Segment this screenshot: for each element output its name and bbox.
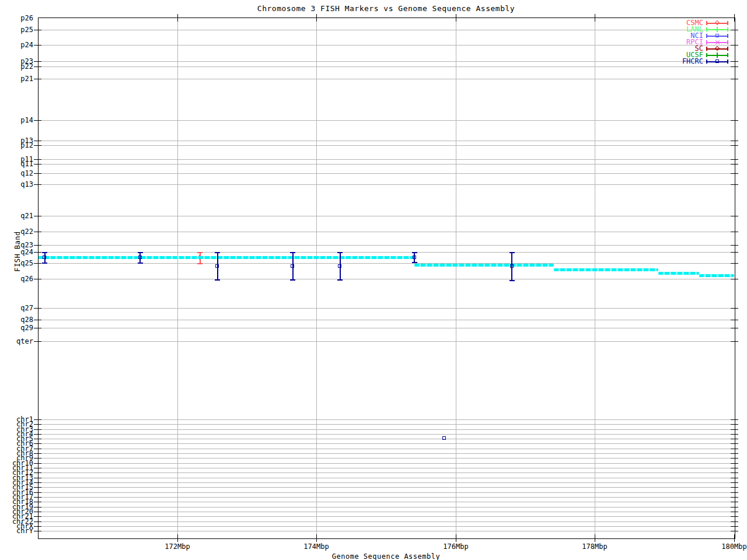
fhcrc-marker <box>215 264 219 268</box>
plot-border <box>38 18 735 539</box>
y-band-label: p22 <box>0 64 33 69</box>
y-band-label: chrY <box>0 528 33 534</box>
fhcrc-marker <box>138 256 142 259</box>
legend-sample <box>706 40 728 45</box>
error-bar-cap-top <box>215 252 220 253</box>
error-bar-cap-top <box>509 252 515 253</box>
x-tick-label: 180Mbp <box>717 543 747 550</box>
x-tick-label: 178Mbp <box>577 543 612 550</box>
legend-item: FHCRC <box>636 58 728 65</box>
legend-sample-cap <box>727 40 728 44</box>
y-band-label: q27 <box>0 306 33 311</box>
error-bar-cap-bottom <box>215 279 220 281</box>
y-band-label: qter <box>0 339 33 344</box>
legend-sample-cap <box>727 27 728 32</box>
y-band-label: q11 <box>0 162 33 167</box>
legend-sample-cap <box>727 60 728 64</box>
fhcrc-marker <box>442 436 446 440</box>
legend-marker-bar <box>715 29 720 30</box>
legend-sample-cap <box>706 34 707 38</box>
error-bar-cap-top <box>412 252 417 253</box>
legend-marker <box>714 38 721 46</box>
fhcrc-marker <box>413 256 416 259</box>
y-band-label: q21 <box>0 214 33 219</box>
legend-sample <box>706 46 728 51</box>
y-band-label: p26 <box>0 16 33 21</box>
y-band-label: q23 <box>0 243 33 248</box>
legend-sample <box>706 59 728 64</box>
legend-marker <box>715 27 720 32</box>
legend-sample-cap <box>706 27 707 32</box>
error-bar-cap-top <box>290 252 295 253</box>
y-band-label: q28 <box>0 317 33 323</box>
legend-sample-cap <box>706 21 707 25</box>
error-bar-cap-bottom <box>42 262 47 264</box>
y-band-label: p24 <box>0 43 33 48</box>
legend-marker-bar <box>715 55 720 56</box>
legend-sample-cap <box>706 60 707 64</box>
error-bar-cap-top <box>337 252 343 253</box>
x-tick-label: 172Mbp <box>160 543 195 550</box>
chart-title: Chromosome 3 FISH Markers vs Genome Sequ… <box>38 5 734 13</box>
y-band-label: p25 <box>0 27 33 33</box>
error-bar-cap-bottom <box>290 279 295 281</box>
fhcrc-marker <box>291 264 294 268</box>
x-tick-label: 176Mbp <box>438 543 473 550</box>
legend-item: NCI <box>636 33 728 39</box>
legend-marker <box>715 52 720 58</box>
legend-sample <box>706 20 728 26</box>
y-band-label: q24 <box>0 250 33 255</box>
x-tick-label: 174Mbp <box>299 543 334 550</box>
y-band-label: q26 <box>0 276 33 282</box>
y-band-label: q29 <box>0 326 33 331</box>
legend-sample-cap <box>727 53 728 57</box>
fhcrc-marker <box>338 264 341 268</box>
legend-sample-cap <box>706 40 707 44</box>
y-band-label: q25 <box>0 261 33 266</box>
error-bar-cap-bottom <box>337 279 343 281</box>
y-band-label: p14 <box>0 118 33 123</box>
legend-marker <box>714 46 719 51</box>
error-bar-cap-bottom <box>509 280 515 281</box>
y-band-label: p21 <box>0 76 33 82</box>
legend-marker <box>715 34 719 37</box>
fhcrc-marker <box>510 264 514 268</box>
error-bar-cap-bottom <box>412 262 417 263</box>
error-bar-cap-top <box>42 252 47 253</box>
legend-item: LANL <box>636 26 728 33</box>
y-band-label: p12 <box>0 143 33 148</box>
legend-sample-cap <box>706 53 707 57</box>
legend-item: CSMC <box>636 20 728 26</box>
legend-sample-cap <box>727 21 728 25</box>
legend-sample-cap <box>727 34 728 38</box>
y-band-label: q12 <box>0 171 33 176</box>
legend-item: RPCI <box>636 39 728 46</box>
legend-label: FHCRC <box>682 58 703 65</box>
legend-sample-cap <box>706 47 707 51</box>
y-band-label: q13 <box>0 182 33 187</box>
legend-marker <box>714 20 719 25</box>
legend-item: SC <box>636 46 728 52</box>
y-band-label: q22 <box>0 229 33 235</box>
x-axis-title: Genome Sequence Assembly <box>38 552 734 560</box>
chart-canvas: Chromosome 3 FISH Markers vs Genome Sequ… <box>0 0 747 560</box>
legend-sample <box>706 27 728 32</box>
legend-sample-cap <box>727 47 728 51</box>
legend-sample <box>706 52 728 58</box>
legend-marker <box>715 60 719 63</box>
fhcrc-marker <box>43 256 46 259</box>
error-bar-cap-bottom <box>138 262 143 264</box>
error-bar-cap-top <box>138 252 143 253</box>
